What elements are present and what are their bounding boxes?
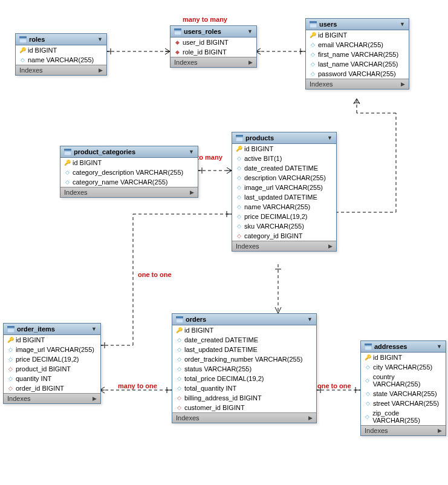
entity-header[interactable]: orders ▼: [172, 314, 316, 325]
column-row: ◇sku VARCHAR(255): [232, 221, 336, 231]
diamond-icon: ◇: [365, 400, 371, 406]
svg-rect-15: [174, 28, 181, 30]
column-row: ◇order_id BIGINT: [4, 383, 100, 393]
indexes-row[interactable]: Indexes▶: [16, 65, 106, 75]
chevron-down-icon[interactable]: ▼: [97, 36, 103, 42]
svg-rect-14: [19, 39, 27, 43]
indexes-row[interactable]: Indexes▶: [361, 425, 446, 435]
chevron-down-icon[interactable]: ▼: [189, 149, 194, 155]
chevron-down-icon[interactable]: ▼: [91, 326, 97, 332]
indexes-row[interactable]: Indexes▶: [60, 187, 198, 197]
entity-header[interactable]: users ▼: [306, 19, 409, 30]
chevron-right-icon: ▶: [190, 189, 194, 195]
svg-rect-16: [174, 31, 181, 35]
column-row: ◇price DECIMAL(19,2): [4, 354, 100, 364]
diamond-icon: ◆: [174, 49, 180, 55]
diamond-icon: ◇: [236, 213, 242, 220]
column-row: 🔑id BIGINT: [172, 325, 316, 335]
column-row: ◇category_name VARCHAR(255): [60, 177, 198, 187]
column-row: ◇quantity INT: [4, 374, 100, 383]
diamond-icon: ◇: [236, 204, 242, 210]
diamond-icon: ◇: [176, 347, 182, 353]
entity-title: orders: [186, 316, 206, 323]
column-row: ◇description VARCHAR(255): [232, 173, 336, 183]
diamond-icon: ◇: [19, 57, 25, 63]
diamond-icon: ◇: [310, 42, 316, 48]
svg-rect-22: [236, 137, 243, 142]
svg-rect-20: [64, 151, 71, 155]
table-icon: [19, 36, 27, 43]
table-icon: [310, 21, 317, 28]
column-row: ◇image_url VARCHAR(255): [4, 345, 100, 354]
chevron-right-icon: ▶: [401, 81, 405, 87]
indexes-row[interactable]: Indexes▶: [232, 241, 336, 251]
diamond-icon: ◇: [236, 175, 242, 181]
indexes-row[interactable]: Indexes▶: [170, 57, 256, 67]
svg-rect-24: [7, 328, 15, 333]
diamond-icon: ◇: [64, 179, 70, 185]
column-row: ◇price DECIMAL(19,2): [232, 212, 336, 221]
indexes-row[interactable]: Indexes▶: [172, 412, 316, 423]
chevron-right-icon: ▶: [99, 67, 103, 73]
key-icon: 🔑: [236, 146, 242, 152]
column-row: ◇name VARCHAR(255): [232, 202, 336, 212]
diamond-icon: ◇: [7, 356, 13, 362]
chevron-down-icon[interactable]: ▼: [327, 135, 333, 141]
entity-users: users ▼ 🔑id BIGINT ◇email VARCHAR(255) ◇…: [305, 18, 409, 90]
column-row: ◇last_updated DATETIME: [232, 192, 336, 202]
column-row: ◇total_price DECIMAL(19,2): [172, 374, 316, 383]
column-row: ◆user_id BIGINT: [170, 37, 256, 47]
diamond-icon: ◇: [310, 51, 316, 57]
column-row: ◇first_name VARCHAR(255): [306, 50, 409, 59]
column-row: ◇country VARCHAR(255): [361, 372, 446, 389]
diamond-icon: ◇: [236, 155, 242, 161]
key-icon: 🔑: [365, 354, 371, 360]
diamond-icon: ◇: [365, 391, 371, 397]
chevron-down-icon[interactable]: ▼: [307, 316, 313, 322]
diamond-icon: ◇: [7, 376, 13, 382]
indexes-row[interactable]: Indexes▶: [4, 393, 100, 403]
table-icon: [236, 135, 243, 142]
svg-rect-21: [236, 135, 243, 137]
chevron-down-icon[interactable]: ▼: [437, 343, 442, 350]
column-row: ◇last_updated DATETIME: [172, 345, 316, 354]
key-icon: 🔑: [64, 160, 70, 166]
chevron-right-icon: ▶: [438, 428, 442, 434]
diamond-icon: ◇: [176, 405, 182, 411]
entity-header[interactable]: roles ▼: [16, 34, 106, 45]
entity-header[interactable]: addresses ▼: [361, 341, 446, 353]
entity-header[interactable]: users_roles ▼: [170, 26, 256, 37]
chevron-down-icon[interactable]: ▼: [400, 21, 405, 27]
table-icon: [365, 343, 372, 350]
table-icon: [174, 28, 181, 35]
chevron-down-icon[interactable]: ▼: [247, 28, 253, 34]
column-row: 🔑id BIGINT: [306, 30, 409, 40]
entity-order-items: order_items ▼ 🔑id BIGINT ◇image_url VARC…: [3, 323, 101, 404]
svg-rect-13: [19, 36, 27, 38]
column-row: ◇category_id BIGINT: [232, 231, 336, 241]
svg-rect-23: [7, 326, 15, 328]
diamond-icon: ◇: [365, 377, 371, 383]
column-row: ◇billing_address_id BIGINT: [172, 393, 316, 403]
column-row: ◇street VARCHAR(255): [361, 399, 446, 408]
entity-header[interactable]: products ▼: [232, 132, 336, 144]
key-icon: 🔑: [7, 337, 13, 343]
diamond-icon: ◇: [236, 223, 242, 229]
column-row: ◇image_url VARCHAR(255): [232, 183, 336, 192]
entity-roles: roles ▼ 🔑id BIGINT ◇name VARCHAR(255) In…: [15, 33, 107, 76]
diamond-icon: ◇: [365, 414, 370, 420]
svg-rect-19: [64, 149, 71, 151]
diamond-icon: ◇: [7, 366, 13, 372]
entity-title: users: [319, 21, 337, 28]
key-icon: 🔑: [310, 32, 316, 38]
column-row: 🔑id BIGINT: [4, 335, 100, 345]
diamond-icon: ◇: [310, 61, 316, 67]
column-row: ◇date_created DATETIME: [232, 163, 336, 173]
column-row: ◇total_quantity INT: [172, 383, 316, 393]
svg-rect-25: [176, 316, 183, 318]
svg-rect-17: [310, 21, 317, 23]
indexes-row[interactable]: Indexes▶: [306, 79, 409, 89]
entity-header[interactable]: product_categories ▼: [60, 146, 198, 158]
entity-header[interactable]: order_items ▼: [4, 324, 100, 335]
column-row: ◇city VARCHAR(255): [361, 362, 446, 372]
